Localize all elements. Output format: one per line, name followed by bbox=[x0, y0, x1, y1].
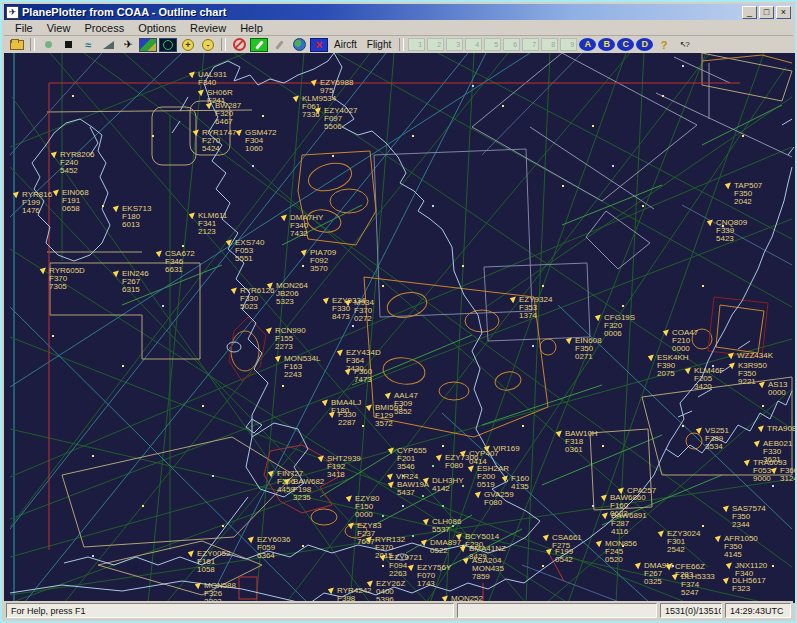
aircraft-label[interactable]: MON534LF1632243 bbox=[284, 355, 320, 379]
aircraft-label[interactable]: JNX1120F340 bbox=[735, 562, 767, 578]
aircraft-label[interactable]: EIN246F2676315 bbox=[122, 270, 149, 294]
aircraft-label[interactable]: ESK4KHF3902075 bbox=[657, 354, 689, 378]
aircraft-label[interactable]: RCN990F1552273 bbox=[275, 327, 306, 351]
map-chart-icon[interactable] bbox=[139, 38, 157, 52]
aircraft-label[interactable]: BAW19A5437 bbox=[397, 481, 429, 497]
flight-button[interactable]: Flight bbox=[363, 38, 395, 52]
aircraft-label[interactable]: EIN608F3500271 bbox=[575, 337, 602, 361]
aircraft-label[interactable]: F3302287 bbox=[338, 411, 356, 427]
menu-help[interactable]: Help bbox=[233, 21, 270, 35]
aircraft-label[interactable]: EZY9324F3531374 bbox=[519, 296, 552, 320]
aircraft-label[interactable]: EZY26Z04005396 bbox=[376, 580, 405, 603]
preset-d-button[interactable]: D bbox=[636, 38, 653, 51]
menu-file[interactable]: File bbox=[8, 21, 40, 35]
aircraft-label[interactable]: TRA908 bbox=[767, 425, 796, 433]
aircraft-label[interactable]: BAW10HF3180361 bbox=[565, 430, 598, 454]
aircraft-label[interactable]: COA47F2100000 bbox=[672, 329, 698, 353]
aircraft-label[interactable]: UAL931F340 bbox=[198, 71, 227, 87]
record-dot-icon[interactable] bbox=[39, 38, 57, 52]
preset-b-button[interactable]: B bbox=[598, 38, 615, 51]
wrench-active-icon[interactable] bbox=[250, 38, 268, 52]
aircraft-label[interactable]: EZY6988975 bbox=[320, 79, 353, 95]
aircraft-label[interactable]: RYR816F1991476 bbox=[22, 191, 52, 215]
aircraft-label[interactable]: F3603124 bbox=[780, 467, 797, 483]
aircraft-label[interactable]: F1990542 bbox=[555, 548, 573, 564]
aircraft-label[interactable]: F3607473 bbox=[354, 368, 372, 384]
aircraft-label[interactable]: BAW6891F2874116 bbox=[611, 512, 647, 536]
context-help-icon[interactable]: ↖? bbox=[675, 38, 693, 52]
aircraft-label[interactable]: AFR1050F3504145 bbox=[724, 535, 758, 559]
aircraft-label[interactable]: VIR169 bbox=[493, 445, 520, 453]
aircraft-label[interactable]: VS251F3893534 bbox=[705, 427, 729, 451]
aircraft-label[interactable]: BMI593F1293572 bbox=[375, 404, 403, 428]
radar-display-icon[interactable] bbox=[159, 38, 177, 52]
minimize-button[interactable]: _ bbox=[742, 6, 757, 19]
aircraft-label[interactable]: EIN068F1910658 bbox=[62, 189, 89, 213]
aircraft-label[interactable]: RYR1747F2705424 bbox=[202, 129, 237, 153]
aircraft-label[interactable]: DMA7HYF3407432 bbox=[290, 214, 323, 238]
aircraft-label[interactable]: SAS7574F3502344 bbox=[732, 505, 766, 529]
aircraft-label[interactable]: EZY80F1500000 bbox=[355, 495, 379, 519]
aircraft-label[interactable]: CLH0865537 bbox=[432, 518, 461, 534]
aircraft-label[interactable]: EZY0052F1611058 bbox=[197, 550, 230, 574]
aircraft-label[interactable]: DLH5333F3745247 bbox=[681, 573, 715, 597]
status-bar: For Help, press F1 1531(0)/13510 14:29:4… bbox=[4, 601, 793, 619]
menu-view[interactable]: View bbox=[40, 21, 78, 35]
aircraft-label[interactable]: VIR24 bbox=[396, 473, 418, 481]
aircraft-label[interactable]: WZZ434K bbox=[737, 352, 773, 360]
aircraft-label[interactable]: MON588F3262203 bbox=[204, 582, 236, 603]
aircraft-label[interactable]: CSA672F3466631 bbox=[165, 250, 195, 274]
menu-options[interactable]: Options bbox=[131, 21, 183, 35]
aircraft-label[interactable]: DMA8970522 bbox=[430, 539, 461, 555]
aircraft-label[interactable]: CYP655F2013546 bbox=[397, 447, 427, 471]
aircraft-label[interactable]: M934F3700272 bbox=[354, 299, 374, 323]
zoom-in-circle-icon[interactable] bbox=[179, 38, 197, 52]
aircraft-label[interactable]: MON264JB2065323 bbox=[276, 282, 308, 306]
aircraft-label[interactable]: EKS713F1806013 bbox=[122, 205, 151, 229]
aircraft-label[interactable]: RYR605DF3707305 bbox=[49, 267, 85, 291]
open-folder-icon[interactable] bbox=[8, 38, 26, 52]
aircraft-icon[interactable]: ✈ bbox=[119, 38, 137, 52]
aircraft-label[interactable]: TAP507F3502042 bbox=[734, 182, 762, 206]
aircraft-label[interactable]: MON856F2450520 bbox=[605, 540, 637, 564]
aircraft-label[interactable]: GVA259F080 bbox=[484, 491, 514, 507]
waveform-icon[interactable]: ≈ bbox=[79, 38, 97, 52]
preset-a-button[interactable]: A bbox=[579, 38, 596, 51]
aircraft-label[interactable]: ASA204MON4357859 bbox=[472, 557, 504, 581]
menu-review[interactable]: Review bbox=[183, 21, 233, 35]
menu-process[interactable]: Process bbox=[77, 21, 131, 35]
map-area[interactable]: UAL931F340SH06RF241BW287F3206467RYR1747F… bbox=[4, 53, 797, 603]
aircraft-label[interactable]: SHT2939F1923418 bbox=[327, 455, 361, 479]
aircraft-label[interactable]: EZY3024F3012542 bbox=[667, 530, 700, 554]
close-button[interactable]: × bbox=[776, 6, 791, 19]
aircraft-label[interactable]: DLH5617F323 bbox=[732, 577, 766, 593]
wrench-disabled-icon[interactable] bbox=[270, 38, 288, 52]
aircraft-label[interactable]: GSM472F3041060 bbox=[245, 129, 277, 153]
aircraft-label[interactable]: KLM611F3412123 bbox=[198, 212, 227, 236]
restore-button[interactable]: □ bbox=[759, 6, 774, 19]
aircraft-label[interactable]: PIA709F0923570 bbox=[310, 249, 336, 273]
aircraft-label[interactable]: AS130000 bbox=[768, 381, 788, 397]
aircraft-label[interactable]: CFG19SF3200006 bbox=[604, 314, 635, 338]
help-question-icon[interactable]: ? bbox=[655, 38, 673, 52]
delete-cross-icon[interactable] bbox=[310, 38, 328, 52]
prohibit-icon[interactable] bbox=[230, 38, 248, 52]
aircraft-label[interactable]: EZY756YF0701743 bbox=[417, 564, 451, 588]
ramp-icon[interactable] bbox=[99, 38, 117, 52]
aircraft-label[interactable]: DLH3HY4142 bbox=[432, 477, 464, 493]
globe-icon[interactable] bbox=[290, 38, 308, 52]
aircraft-label[interactable]: CNQ809F3395423 bbox=[716, 219, 747, 243]
aircraft-label[interactable]: BW287F3206467 bbox=[215, 102, 241, 126]
aircraft-label[interactable]: KLM46FF2053420 bbox=[694, 367, 724, 391]
stop-square-icon[interactable] bbox=[59, 38, 77, 52]
aircraft-label[interactable]: RYR8206F2405452 bbox=[60, 151, 95, 175]
aircraft-label[interactable]: EZY6036F0596364 bbox=[257, 536, 290, 560]
aircraft-label[interactable]: BAW682F1983235 bbox=[293, 478, 324, 502]
aircraft-label[interactable]: RYR6126F3305023 bbox=[240, 287, 275, 311]
aircraft-label[interactable]: F1604135 bbox=[511, 475, 529, 491]
preset-c-button[interactable]: C bbox=[617, 38, 634, 51]
aircraft-label[interactable]: EXS740F0535551 bbox=[235, 239, 264, 263]
aircft-button[interactable]: Aircft bbox=[330, 38, 361, 52]
aircraft-label[interactable]: EZY4027F0975506 bbox=[324, 107, 357, 131]
zoom-out-circle-icon[interactable] bbox=[199, 38, 217, 52]
